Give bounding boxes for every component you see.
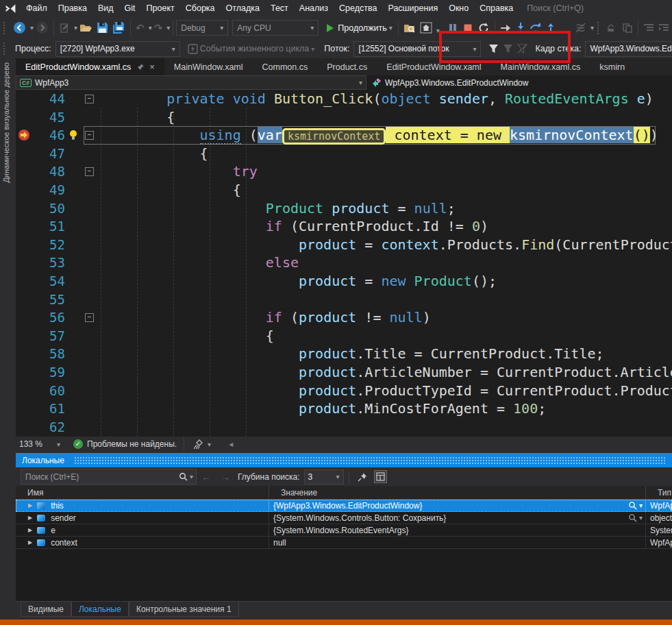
menu-item-1[interactable]: Правка — [53, 0, 92, 16]
search-options-caret[interactable]: ▾ — [190, 473, 193, 480]
fold-collapse-icon[interactable]: − — [85, 95, 94, 103]
new-project-button[interactable] — [57, 19, 72, 37]
search-icon[interactable] — [179, 472, 188, 481]
expand-arrow-icon[interactable]: ▶ — [28, 527, 32, 533]
process-dropdown[interactable]: [2720] WpfApp3.exe ▾ — [55, 41, 180, 57]
menu-item-10[interactable]: Расширения — [382, 0, 443, 16]
toggle-formatting-icon[interactable] — [374, 470, 387, 483]
toolbar-grip[interactable] — [3, 22, 8, 34]
sidebar-tab-live-visual-tree[interactable]: Динамическое визуальное дерево — [2, 62, 10, 183]
locals-search-box[interactable]: ▾ — [21, 469, 197, 485]
search-prev-button[interactable]: ← — [201, 471, 211, 482]
tool-tab-0[interactable]: Видимые — [21, 602, 71, 617]
lifecycle-events-icon[interactable] — [186, 40, 200, 58]
code-editor[interactable]: 44− private void Button_Click(object sen… — [16, 90, 672, 437]
document-tab-6[interactable]: ksmirn — [590, 58, 634, 75]
menu-item-9[interactable]: Средства — [334, 0, 382, 16]
expand-arrow-icon[interactable]: ▶ — [28, 539, 32, 546]
redo-caret[interactable]: ▾ — [166, 24, 170, 32]
health-indicator[interactable]: ✓ Проблемы не найдены. — [73, 439, 177, 449]
thread-dropdown[interactable]: [12552] Основной поток ▾ — [353, 41, 481, 57]
document-tab-5[interactable]: MainWindow.xaml.cs — [491, 58, 590, 75]
column-header-name[interactable]: Имя — [16, 486, 269, 499]
menu-item-4[interactable]: Проект — [141, 0, 180, 16]
save-button[interactable] — [95, 19, 110, 37]
live-preview-button[interactable] — [418, 19, 434, 37]
continue-button[interactable]: Продолжить ▾ — [324, 23, 395, 33]
breakpoints-window-button[interactable] — [605, 19, 620, 37]
step-out-button[interactable] — [544, 19, 558, 37]
menu-item-5[interactable]: Сборка — [180, 0, 221, 16]
menu-item-8[interactable]: Анализ — [294, 0, 334, 16]
menu-item-11[interactable]: Окно — [443, 0, 474, 16]
document-tab-2[interactable]: Common.cs — [253, 58, 318, 75]
cleanup-caret[interactable]: ▾ — [208, 441, 211, 448]
locals-row-sender[interactable]: ▶sender{System.Windows.Controls.Button: … — [16, 512, 672, 524]
result-view-lens[interactable]: ▾ — [628, 513, 645, 522]
step-into-button[interactable] — [514, 19, 527, 37]
lifecycle-events-label[interactable]: События жизненного цикла — [200, 44, 309, 53]
menu-item-12[interactable]: Справка — [474, 0, 519, 16]
pin-icon[interactable] — [137, 64, 144, 71]
tool-tab-1[interactable]: Локальные — [71, 602, 129, 617]
filter-threads-disabled-icon[interactable] — [501, 40, 515, 58]
project-dropdown[interactable]: C# WpfApp3 ▾ — [16, 75, 366, 90]
navigate-forward-button[interactable] — [34, 19, 51, 37]
result-view-lens[interactable]: ▾ — [628, 501, 645, 510]
document-tab-4[interactable]: EditProductWindow.xaml — [377, 58, 490, 75]
document-tab-0[interactable]: EditProductWindow.xaml.cs× — [16, 58, 164, 75]
lens-caret[interactable]: ▾ — [639, 502, 643, 509]
debugbar-grip[interactable] — [3, 42, 8, 55]
stack-frame-dropdown[interactable]: WpfApp3.Windows.Ed — [585, 41, 672, 57]
column-header-type[interactable]: Тип — [646, 486, 672, 499]
redo-button[interactable]: ↷ — [152, 19, 165, 37]
expand-arrow-icon[interactable]: ▶ — [28, 515, 32, 521]
document-tab-1[interactable]: MainWindow.xaml — [164, 58, 253, 75]
find-in-files-button[interactable] — [401, 19, 418, 37]
pin-properties-icon[interactable] — [358, 472, 367, 482]
locals-panel-header[interactable]: Локальные — [16, 453, 672, 467]
lightbulb-icon[interactable] — [69, 130, 78, 140]
expand-arrow-icon[interactable]: ▶ — [28, 502, 32, 508]
solution-config-dropdown[interactable]: Debug ▾ — [176, 20, 228, 36]
save-all-button[interactable] — [110, 19, 127, 37]
locals-row-context[interactable]: ▶contextnullWpfApp — [16, 537, 672, 549]
tool-tab-2[interactable]: Контрольные значения 1 — [129, 602, 239, 617]
step-over-button[interactable] — [527, 19, 544, 37]
filter-flagged-threads-icon[interactable] — [486, 40, 501, 58]
search-next-button[interactable]: → — [221, 471, 230, 482]
stop-button[interactable] — [460, 19, 475, 37]
menu-item-3[interactable]: Git — [119, 0, 141, 16]
hscrollbar-left-arrow[interactable]: ◂ — [229, 439, 233, 449]
breakpoint-current-statement-icon[interactable] — [18, 129, 30, 141]
show-next-statement-button[interactable] — [498, 19, 514, 37]
fold-collapse-icon[interactable]: − — [85, 313, 94, 322]
lifecycle-caret[interactable]: ▾ — [311, 45, 314, 53]
copy-stack-button[interactable] — [620, 19, 635, 37]
pause-button[interactable] — [445, 19, 460, 37]
code-cleanup-broom-icon[interactable] — [191, 435, 206, 453]
suspend-threads-disabled-icon[interactable] — [515, 40, 530, 58]
indent-list-button[interactable] — [641, 19, 656, 37]
show-threads-in-source-button[interactable] — [573, 19, 588, 37]
fold-collapse-icon[interactable]: − — [85, 167, 94, 176]
menu-item-0[interactable]: Файл — [21, 0, 53, 16]
menu-item-2[interactable]: Вид — [92, 0, 119, 16]
navigate-back-button[interactable] — [11, 19, 28, 37]
close-icon[interactable]: × — [149, 62, 155, 71]
locals-search-input[interactable] — [21, 472, 177, 482]
lens-caret[interactable]: ▾ — [639, 514, 643, 522]
document-tab-3[interactable]: Product.cs — [317, 58, 377, 75]
status-bar[interactable] — [0, 620, 672, 625]
fold-collapse-icon[interactable]: − — [85, 131, 94, 140]
menu-item-6[interactable]: Отладка — [221, 0, 265, 16]
toolbar-grip-2[interactable] — [597, 22, 601, 34]
restart-button[interactable] — [475, 19, 492, 37]
platform-dropdown[interactable]: Any CPU ▾ — [232, 20, 319, 36]
outdent-list-button[interactable] — [656, 19, 671, 37]
column-header-value[interactable]: Значение — [269, 486, 646, 499]
class-dropdown[interactable]: WpfApp3.Windows.EditProductWindow — [372, 78, 528, 88]
undo-button[interactable]: ↶ — [134, 19, 147, 37]
menu-item-7[interactable]: Тест — [265, 0, 294, 16]
locals-row-this[interactable]: ▶this{WpfApp3.Windows.EditProductWindow}… — [16, 500, 672, 512]
